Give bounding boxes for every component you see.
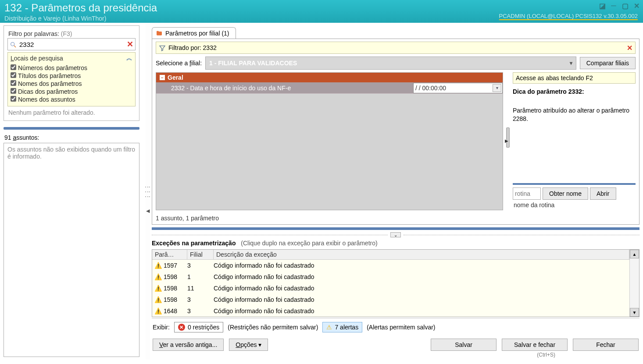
exception-param: 1648	[164, 307, 187, 315]
filial-select[interactable]: 1 - FILIAL PARA VALIDACOES ▾	[205, 57, 576, 70]
collapse-box-icon[interactable]: −	[160, 75, 165, 80]
locais-header: Locais de pesquisa	[11, 55, 63, 62]
salvar-button[interactable]: Salvar	[431, 339, 497, 351]
exceptions-table: Parâ… Filial Descrição da exceção ⚠️1597…	[152, 249, 639, 317]
funnel-icon	[159, 44, 166, 52]
dica-title: Dica do parâmetro 2332:	[513, 88, 636, 95]
display-label: Exibir:	[153, 324, 170, 331]
warning-icon: ⚠️	[152, 273, 164, 280]
exception-param: 1598	[164, 285, 187, 292]
chevron-down-icon: ▾	[570, 60, 572, 66]
rotina-input[interactable]	[513, 187, 541, 200]
count-line: 1 assunto, 1 parâmetro	[156, 215, 636, 222]
titlebar: 132 - Parâmetros da presidência Distribu…	[0, 0, 643, 23]
exception-row[interactable]: ⚠️16483Código informado não foi cadastra…	[152, 305, 629, 317]
user-info: PCADMIN (LOCAL@LOCAL) PCSIS132 v.30.3.05…	[499, 13, 638, 20]
search-input-wrap[interactable]: ✕	[7, 38, 136, 50]
col-header-desc[interactable]: Descrição da exceção	[214, 250, 629, 259]
search-input[interactable]	[18, 41, 125, 48]
exceptions-title-text: Exceções na parametrização	[152, 240, 236, 247]
parameter-value-input[interactable]: / / 00:00:00 ▾	[413, 83, 503, 93]
exception-row[interactable]: ⚠️15981Código informado não foi cadastra…	[152, 271, 629, 283]
sidebar-divider[interactable]	[4, 127, 139, 130]
compare-filiais-button[interactable]: Comparar filiais	[580, 57, 636, 69]
group-header-geral[interactable]: − Geral	[156, 73, 503, 82]
warning-icon: ⚠	[326, 324, 332, 331]
collapse-icon[interactable]: ︽	[126, 54, 132, 62]
exceptions-rows: ⚠️15973Código informado não foi cadastra…	[152, 260, 629, 317]
exception-filial: 3	[187, 307, 214, 315]
filter-label: Filtro por palavras: (F3)	[8, 30, 135, 37]
window-controls: ◪ ─ ▢ ✕	[598, 2, 640, 10]
exception-row[interactable]: ⚠️15973Código informado não foi cadastra…	[152, 260, 629, 271]
parameter-row-2332[interactable]: 2332 - Data e hora de início do uso da N…	[156, 82, 503, 94]
bottom-actions: Ver a versão antiga... Opções ▾ Salvar S…	[152, 336, 639, 352]
error-icon: ✕	[178, 324, 185, 331]
check-dicas[interactable]: Dicas dos parâmetros	[11, 88, 132, 95]
vertical-splitter-right[interactable]: ▶	[506, 72, 510, 210]
horizontal-splitter[interactable]: ⌄	[152, 232, 639, 238]
exception-filial: 3	[187, 296, 214, 303]
maximize-icon[interactable]: ▢	[621, 2, 629, 10]
exceptions-panel: Exceções na parametrização (Clique duplo…	[152, 240, 639, 358]
vertical-splitter-left[interactable]: ⋮⋮⋮ ◀	[146, 23, 150, 360]
search-clear-icon[interactable]: ✕	[125, 39, 135, 49]
search-locations-box: Locais de pesquisa ︽ Números dos parâmet…	[7, 52, 136, 106]
abrir-button[interactable]: Abrir	[590, 187, 616, 200]
alertas-count: 7 alertas	[335, 324, 358, 331]
svg-line-1	[14, 46, 16, 47]
exception-desc: Código informado não foi cadastrado	[214, 285, 629, 292]
exception-desc: Código informado não foi cadastrado	[214, 273, 629, 280]
scroll-up-icon[interactable]: ▲	[630, 250, 639, 258]
parameter-row-label: 2332 - Data e hora de início do uso da N…	[156, 85, 413, 92]
check-titulos[interactable]: Títulos dos parâmetros	[11, 72, 132, 80]
fechar-button[interactable]: Fechar	[573, 339, 639, 351]
date-picker-dropdown-icon[interactable]: ▾	[493, 84, 501, 92]
warning-icon: ⚠️	[152, 307, 164, 315]
close-icon[interactable]: ✕	[632, 2, 640, 10]
exception-row[interactable]: ⚠️159811Código informado não foi cadastr…	[152, 283, 629, 294]
col-header-filial[interactable]: Filial	[187, 250, 214, 259]
exception-filial: 11	[187, 285, 214, 292]
alertas-hint: (Alertas permitem salvar)	[367, 324, 435, 331]
scroll-down-icon[interactable]: ▼	[630, 308, 639, 317]
col-header-param[interactable]: Parâ…	[152, 250, 187, 259]
exceptions-header-row: Parâ… Filial Descrição da exceção	[152, 250, 629, 260]
rotina-box: Obter nome Abrir nome da rotina	[513, 183, 636, 210]
svg-point-0	[11, 42, 14, 46]
filial-selected: 1 - FILIAL PARA VALIDACOES	[209, 60, 297, 67]
tabs-hint: Acesse as abas teclando F2	[513, 72, 636, 84]
ver-versao-antiga-button[interactable]: Ver a versão antiga...	[153, 339, 224, 351]
parameter-list: − Geral 2332 - Data e hora de início do …	[156, 72, 503, 210]
tab-parametros-filial[interactable]: Parâmetros por filial (1)	[152, 27, 236, 39]
exceptions-title: Exceções na parametrização (Clique duplo…	[152, 240, 639, 247]
filter-clear-icon[interactable]: ✕	[627, 44, 632, 52]
exception-filial: 1	[187, 273, 214, 280]
restricoes-pill[interactable]: ✕ 0 restrições	[174, 322, 223, 332]
minimize-icon[interactable]: ─	[610, 2, 618, 10]
splitter-chevron-icon[interactable]: ⌄	[390, 232, 401, 237]
blue-divider	[152, 227, 639, 230]
exception-param: 1598	[164, 296, 187, 303]
check-nomes-param[interactable]: Nomes dos parâmetros	[11, 80, 132, 88]
warning-icon: ⚠️	[152, 285, 164, 292]
salvar-fechar-button[interactable]: Salvar e fechar	[502, 339, 568, 351]
side-info-panel: Acesse as abas teclando F2 Dica do parâm…	[513, 72, 636, 210]
assuntos-box: Os assuntos não são exibidos quando um f…	[4, 143, 139, 357]
filial-label: Selecione a filial:	[156, 60, 202, 67]
check-numeros[interactable]: Números dos parâmetros	[11, 64, 132, 72]
window-title: 132 - Parâmetros da presidência	[4, 2, 639, 14]
check-nomes-assuntos[interactable]: Nomes dos assuntos	[11, 95, 132, 103]
exception-param: 1597	[164, 262, 187, 269]
exceptions-hint: (Clique duplo na exceção para exibir o p…	[241, 240, 377, 247]
exceptions-scrollbar[interactable]: ▲ ▼	[629, 250, 639, 317]
opcoes-button[interactable]: Opções ▾	[229, 339, 268, 351]
alertas-pill[interactable]: ⚠ 7 alertas	[322, 322, 362, 332]
sidebar: Filtro por palavras: (F3) ✕ Locais de pe…	[0, 23, 146, 360]
exception-row[interactable]: ⚠️15983Código informado não foi cadastra…	[152, 294, 629, 305]
exception-filial: 3	[187, 262, 214, 269]
help-icon[interactable]: ◪	[598, 2, 606, 10]
parameter-value-text: / / 00:00:00	[415, 85, 446, 92]
obter-nome-button[interactable]: Obter nome	[543, 187, 588, 200]
no-change-text: Nenhum parâmetro foi alterado.	[8, 109, 135, 116]
